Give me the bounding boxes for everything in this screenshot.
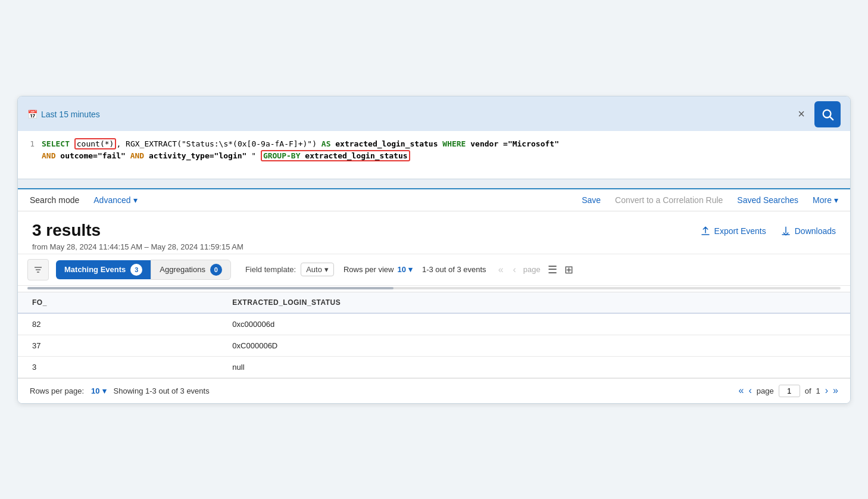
results-actions: Export Events Downloads bbox=[700, 226, 836, 236]
table-cell-status: null bbox=[218, 356, 850, 378]
calendar-icon: 📅 bbox=[27, 110, 38, 119]
page-label-inline: page bbox=[523, 265, 541, 274]
table-row: 370xC000006D bbox=[18, 335, 850, 356]
footer-page-input[interactable] bbox=[779, 385, 800, 397]
export-icon bbox=[700, 226, 711, 236]
chevron-down-icon: ▾ bbox=[133, 195, 138, 205]
query-bar-header: 📅 Last 15 minutes × bbox=[18, 96, 850, 131]
footer-page-label: page bbox=[757, 386, 774, 395]
table-row: 820xc000006d bbox=[18, 313, 850, 335]
first-page-button[interactable]: « bbox=[496, 263, 506, 276]
search-mode-label: Search mode bbox=[30, 195, 79, 205]
field-template-dropdown[interactable]: Auto ▾ bbox=[301, 263, 334, 276]
field-template-section: Field template: Auto ▾ bbox=[245, 263, 334, 276]
pagination-info: 1-3 out of 3 events bbox=[422, 265, 486, 274]
results-count: 3 results bbox=[32, 221, 243, 240]
correlation-link[interactable]: Convert to a Correlation Rule bbox=[615, 195, 723, 205]
table-footer: Rows per page: 10 ▾ Showing 1-3 out of 3… bbox=[18, 378, 850, 403]
footer-prev-page[interactable]: ‹ bbox=[748, 385, 751, 396]
export-events-link[interactable]: Export Events bbox=[700, 226, 766, 236]
footer-total-pages: 1 bbox=[816, 386, 820, 395]
query-bar: 📅 Last 15 minutes × 1 SELECT count(*), bbox=[18, 96, 850, 189]
keyword-as: AS bbox=[321, 139, 335, 148]
downloads-label: Downloads bbox=[795, 226, 836, 236]
table-cell-fo: 82 bbox=[18, 313, 218, 335]
aggregations-label: Aggregations bbox=[160, 265, 205, 274]
keyword-and2: AND bbox=[130, 151, 144, 160]
showing-label: Showing 1-3 out of 3 events bbox=[114, 386, 210, 395]
filter-icon bbox=[33, 265, 43, 275]
footer-next-page[interactable]: › bbox=[825, 385, 828, 396]
results-time: from May 28, 2024 11:44:15 AM – May 28, … bbox=[32, 242, 243, 251]
table-body: 820xc000006d370xC000006D3null bbox=[18, 313, 850, 378]
grid-view-button[interactable]: ⊞ bbox=[562, 262, 576, 277]
table-header-row: FO_ EXTRACTED_LOGIN_STATUS bbox=[18, 292, 850, 313]
rows-per-page-label: Rows per page: bbox=[30, 386, 84, 395]
close-button[interactable]: × bbox=[793, 105, 810, 123]
chevron-down-icon-rpv: ▾ bbox=[408, 265, 413, 274]
keyword-and1: AND bbox=[42, 151, 55, 160]
more-label: More bbox=[813, 195, 832, 205]
rows-per-view-label: Rows per view bbox=[344, 265, 394, 274]
search-button[interactable] bbox=[814, 101, 841, 127]
footer-first-page[interactable]: « bbox=[739, 385, 744, 396]
progress-bar-background bbox=[27, 287, 841, 289]
line-number: 1 bbox=[23, 138, 35, 171]
tab-matching-events[interactable]: Matching Events 3 bbox=[56, 260, 151, 279]
query-bar-actions: × bbox=[793, 101, 841, 127]
aggregations-badge: 0 bbox=[210, 264, 222, 276]
filter-button[interactable] bbox=[27, 259, 49, 280]
footer-rows-value: 10 bbox=[91, 386, 99, 395]
view-buttons: ☰ ⊞ bbox=[545, 262, 576, 277]
outcome-cond: outcome="fail" bbox=[60, 151, 126, 160]
keyword-select: SELECT bbox=[42, 139, 70, 148]
download-icon bbox=[780, 226, 791, 236]
data-table: FO_ EXTRACTED_LOGIN_STATUS 820xc000006d3… bbox=[18, 292, 850, 378]
code-editor[interactable]: 1 SELECT count(*), RGX_EXTRACT("Status:\… bbox=[18, 131, 850, 179]
rgx-function: RGX_EXTRACT("Status:\s*(0x[0-9a-fA-F]+)"… bbox=[126, 139, 317, 148]
advanced-label: Advanced bbox=[93, 195, 130, 205]
prev-page-button[interactable]: ‹ bbox=[511, 263, 519, 276]
search-icon bbox=[821, 108, 834, 121]
main-container: 📅 Last 15 minutes × 1 SELECT count(*), bbox=[17, 96, 851, 404]
chevron-down-icon-ft: ▾ bbox=[324, 265, 329, 274]
results-info: 3 results from May 28, 2024 11:44:15 AM … bbox=[32, 221, 243, 251]
results-section: 3 results from May 28, 2024 11:44:15 AM … bbox=[18, 211, 850, 254]
column-header-fo: FO_ bbox=[18, 292, 218, 313]
pagination-controls: « ‹ page bbox=[496, 263, 541, 276]
time-range[interactable]: 📅 Last 15 minutes bbox=[27, 110, 100, 119]
time-range-label: Last 15 minutes bbox=[41, 110, 100, 119]
matching-events-label: Matching Events bbox=[64, 265, 126, 274]
saved-searches-link[interactable]: Saved Searches bbox=[737, 195, 798, 205]
downloads-link[interactable]: Downloads bbox=[780, 226, 836, 236]
advanced-link[interactable]: Advanced ▾ bbox=[93, 195, 137, 205]
progress-bar-row bbox=[18, 286, 850, 292]
footer-last-page[interactable]: » bbox=[833, 385, 838, 396]
more-link[interactable]: More ▾ bbox=[813, 195, 838, 205]
tabs-bar: Matching Events 3 Aggregations 0 Field t… bbox=[18, 254, 850, 286]
progress-bar-fill bbox=[27, 287, 394, 289]
column-header-status: EXTRACTED_LOGIN_STATUS bbox=[218, 292, 850, 313]
chevron-down-icon-more: ▾ bbox=[834, 195, 838, 205]
list-view-button[interactable]: ☰ bbox=[545, 262, 560, 277]
count-function: count(*) bbox=[74, 138, 117, 149]
chevron-down-icon-footer: ▾ bbox=[102, 386, 107, 395]
table-cell-fo: 37 bbox=[18, 335, 218, 356]
matching-events-badge: 3 bbox=[130, 264, 142, 276]
rows-per-view-dropdown[interactable]: 10 ▾ bbox=[397, 265, 412, 274]
table-cell-fo: 3 bbox=[18, 356, 218, 378]
group-field: extracted_login_status bbox=[305, 151, 407, 160]
svg-line-1 bbox=[830, 117, 833, 120]
footer-rows-dropdown[interactable]: 10 ▾ bbox=[91, 386, 106, 395]
export-label: Export Events bbox=[714, 226, 766, 236]
code-content[interactable]: SELECT count(*), RGX_EXTRACT("Status:\s*… bbox=[42, 138, 841, 171]
tab-aggregations[interactable]: Aggregations 0 bbox=[151, 260, 231, 280]
activity-cond: activity_type="login" bbox=[149, 151, 246, 160]
vendor-cond: vendor ="Microsoft" bbox=[470, 139, 559, 148]
table-cell-status: 0xC000006D bbox=[218, 335, 850, 356]
keyword-group: GROUP-BY bbox=[263, 151, 301, 160]
field-template-value: Auto bbox=[306, 265, 322, 274]
field-extracted: extracted_login_status bbox=[335, 139, 438, 148]
scrollbar-area bbox=[18, 179, 850, 188]
save-link[interactable]: Save bbox=[582, 195, 601, 205]
